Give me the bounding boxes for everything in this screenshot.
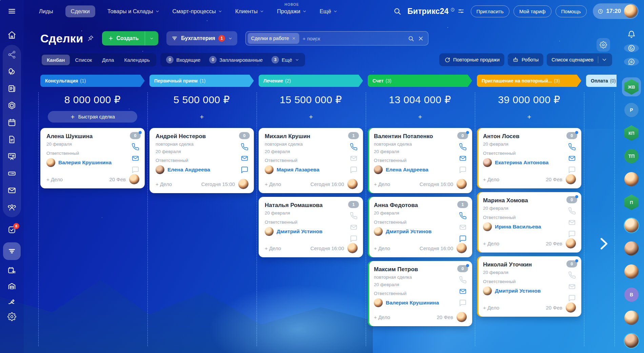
topbar-button-Пригласить[interactable]: Пригласить [471, 5, 509, 17]
chip-close-icon[interactable] [292, 36, 296, 40]
chat-icon[interactable] [568, 294, 576, 302]
create-dropdown[interactable] [145, 31, 158, 45]
add-deal-button[interactable] [304, 111, 318, 123]
copilot-icon[interactable] [7, 101, 16, 110]
add-activity-link[interactable]: + Дело [483, 305, 499, 311]
messenger-icon[interactable] [7, 67, 16, 76]
menu-icon[interactable] [7, 7, 16, 16]
nav-item-Ещё[interactable]: Ещё [319, 5, 338, 17]
add-deal-button[interactable] [195, 111, 208, 123]
esign-icon[interactable] [7, 297, 16, 306]
chat-icon[interactable] [350, 235, 358, 243]
deal-card[interactable]: Анна Федотова20 февраляОтветственныйДмит… [368, 197, 472, 257]
column-header[interactable]: Первичный прием(1) [149, 75, 254, 87]
tab-Дела[interactable]: Дела [97, 55, 119, 65]
board-settings-button[interactable] [597, 38, 610, 52]
add-deal-button[interactable] [522, 111, 536, 123]
add-activity-link[interactable]: + Дело [46, 176, 63, 182]
responsible-name[interactable]: Елена Андреева [167, 167, 210, 173]
phone-icon[interactable] [350, 212, 358, 220]
drive-icon[interactable] [7, 169, 16, 178]
footer-avatar[interactable] [238, 179, 248, 189]
chat-avatar[interactable]: В [622, 285, 641, 304]
add-activity-link[interactable]: + Дело [374, 181, 390, 187]
chat-exchange-button[interactable] [624, 58, 639, 66]
chat-icon[interactable] [459, 235, 467, 243]
chat-avatar[interactable] [622, 308, 641, 327]
mail-icon[interactable] [568, 283, 576, 291]
deal-card[interactable]: Наталья Ромашкова20 февраляОтветственный… [259, 197, 363, 257]
newsfeed-icon[interactable] [7, 84, 16, 93]
mail-icon[interactable] [350, 154, 358, 162]
footer-avatar[interactable] [566, 238, 576, 248]
settings-icon[interactable] [7, 312, 16, 321]
add-activity-link[interactable]: + Дело [265, 245, 281, 251]
chat-avatar[interactable]: П [622, 193, 641, 212]
topbar-button-Мой тариф[interactable]: Мой тариф [514, 5, 551, 17]
footer-avatar[interactable] [457, 312, 467, 322]
chat-icon[interactable] [568, 230, 576, 238]
column-header[interactable]: Счет(3) [368, 75, 472, 87]
warehouse-icon[interactable] [7, 282, 16, 291]
responsible-name[interactable]: Валерия Крушинина [386, 300, 439, 306]
chat-icon[interactable] [132, 166, 139, 174]
deal-card[interactable]: Андрей Нестеровповторная сделка20 феврал… [149, 128, 254, 193]
chat-avatar[interactable] [622, 262, 641, 281]
phone-icon[interactable] [568, 143, 576, 151]
add-activity-link[interactable]: + Дело [374, 314, 390, 320]
nav-item-Сделки[interactable]: Сделки [65, 5, 95, 17]
create-deal-button[interactable]: Создать [102, 31, 158, 45]
chat-icon[interactable] [241, 166, 248, 174]
topbar-button-Помощь[interactable]: Помощь [556, 5, 587, 17]
add-activity-link[interactable]: + Дело [156, 181, 172, 187]
mail-icon[interactable] [459, 287, 467, 295]
nav-item-Товары и Склады[interactable]: Товары и Склады [107, 5, 160, 17]
tab-Календарь[interactable]: Календарь [119, 55, 155, 65]
phone-icon[interactable] [459, 276, 467, 284]
mail-icon[interactable] [568, 219, 576, 226]
footer-avatar[interactable] [347, 243, 358, 253]
mail-icon[interactable] [459, 154, 467, 162]
funnel-selector[interactable]: Бухгалтерия 1 [166, 31, 237, 45]
chat-icon[interactable] [459, 166, 467, 174]
search-submit-icon[interactable] [408, 35, 414, 42]
counter-Запланированные[interactable]: 0Запланированные [205, 54, 267, 65]
filter-chip[interactable]: Сделки в работе [248, 33, 299, 44]
search-clear-icon[interactable] [418, 35, 424, 42]
chat-avatar[interactable] [622, 170, 641, 189]
column-header[interactable]: Консультация(1) [40, 75, 145, 87]
responsible-name[interactable]: Екатерина Антонова [495, 160, 548, 166]
nav-item-Продажи[interactable]: НОВОЕПродажи [276, 5, 307, 17]
deal-card[interactable]: Максим Петровповторная сделка20 февраляО… [368, 261, 472, 326]
chat-avatar[interactable]: Р [622, 100, 641, 119]
nav-item-Лиды[interactable]: Лиды [38, 5, 54, 17]
chat-avatar[interactable] [622, 331, 641, 350]
column-header[interactable]: Оплата(0) [586, 75, 617, 87]
add-activity-link[interactable]: + Дело [483, 241, 499, 246]
schedule-icon[interactable] [7, 266, 16, 275]
tab-Список[interactable]: Список [70, 55, 97, 65]
board-scroll-right-button[interactable] [596, 234, 611, 253]
add-activity-link[interactable]: + Дело [483, 176, 499, 182]
chat-avatar[interactable]: ЖВ [622, 77, 641, 96]
pin-icon[interactable] [87, 35, 94, 42]
chat-avatar[interactable]: ТП [622, 147, 641, 166]
chat-icon[interactable] [350, 166, 358, 174]
responsible-name[interactable]: Елена Андреева [386, 167, 428, 173]
phone-icon[interactable] [241, 143, 248, 151]
phone-icon[interactable] [568, 207, 576, 215]
nav-item-Смарт-процессы[interactable]: Смарт-процессы [172, 5, 223, 17]
tab-Канбан[interactable]: Канбан [42, 55, 70, 65]
phone-icon[interactable] [459, 212, 467, 220]
responsible-name[interactable]: Ирина Васильева [495, 224, 541, 230]
mail-icon[interactable] [350, 223, 358, 231]
counter-Входящие[interactable]: 0Входящие [162, 54, 205, 65]
chat-icon[interactable] [459, 299, 467, 307]
marketing-icon[interactable] [7, 152, 16, 161]
responsible-name[interactable]: Дмитрий Устинов [386, 228, 431, 235]
chat-avatar[interactable]: КП [622, 124, 641, 143]
chat-avatar[interactable] [622, 216, 641, 235]
add-activity-link[interactable]: + Дело [265, 181, 281, 187]
footer-avatar[interactable] [457, 243, 467, 253]
filter-search-bar[interactable]: Сделки в работе [245, 31, 428, 45]
